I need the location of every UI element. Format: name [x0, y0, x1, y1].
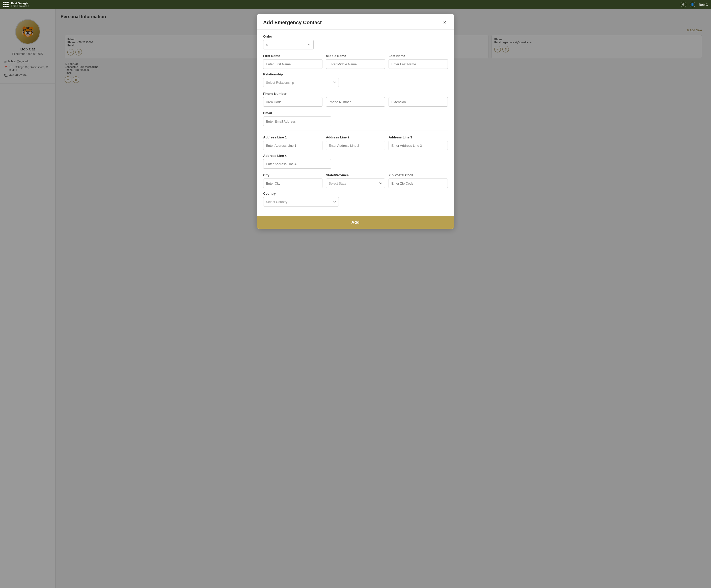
- address-row-1: Address Line 1 Address Line 2 Address Li…: [263, 135, 448, 150]
- zip-label: Zip/Postal Code: [389, 173, 448, 177]
- email-input-wrapper: [263, 116, 331, 126]
- close-modal-button[interactable]: ×: [441, 19, 448, 26]
- country-select-wrapper: Select Country: [263, 197, 339, 206]
- extension-input[interactable]: [389, 97, 448, 107]
- order-label: Order: [263, 35, 448, 38]
- user-name: Bob C: [699, 3, 708, 6]
- phone-number-input[interactable]: [326, 97, 385, 107]
- address-line1-col: Address Line 1: [263, 135, 322, 150]
- area-code-input[interactable]: [263, 97, 322, 107]
- zip-col: Zip/Postal Code: [389, 173, 448, 188]
- nav-right: ⚙ 👤 Bob C: [681, 2, 708, 7]
- address-line2-input[interactable]: [326, 141, 385, 150]
- address-line2-col: Address Line 2: [326, 135, 385, 150]
- country-select[interactable]: Select Country: [263, 197, 339, 206]
- modal-overlay: Add Emergency Contact × Order 5 1 2 3 4 …: [0, 9, 711, 588]
- apps-icon[interactable]: [3, 2, 8, 7]
- relationship-select-wrapper: Select Relationship: [263, 78, 339, 87]
- address-line4-wrapper: [263, 159, 331, 169]
- section-divider: [263, 131, 448, 131]
- add-button[interactable]: Add: [257, 216, 454, 229]
- relationship-section: Relationship Select Relationship: [263, 72, 448, 87]
- zip-input[interactable]: [389, 179, 448, 188]
- last-name-col: Last Name: [389, 54, 448, 69]
- nav-left: East Georgia STATE COLLEGE: [3, 2, 29, 7]
- address-line1-input[interactable]: [263, 141, 322, 150]
- address-line3-col: Address Line 3: [389, 135, 448, 150]
- order-select-wrapper: 5 1 2 3 4 6: [263, 40, 314, 49]
- middle-name-col: Middle Name: [326, 54, 385, 69]
- state-select[interactable]: Select State: [326, 179, 385, 188]
- middle-name-label: Middle Name: [326, 54, 385, 58]
- city-col: City: [263, 173, 322, 188]
- phone-row: [263, 97, 448, 107]
- state-col: State/Province Select State: [326, 173, 385, 188]
- address-line3-label: Address Line 3: [389, 135, 448, 139]
- modal-title: Add Emergency Contact: [263, 20, 322, 25]
- email-input[interactable]: [263, 116, 331, 126]
- user-icon[interactable]: 👤: [690, 2, 695, 7]
- first-name-col: First Name: [263, 54, 322, 69]
- extension-col: [389, 97, 448, 107]
- address-line1-label: Address Line 1: [263, 135, 322, 139]
- modal-header: Add Emergency Contact ×: [257, 14, 454, 29]
- relationship-select[interactable]: Select Relationship: [263, 78, 339, 87]
- state-label: State/Province: [326, 173, 385, 177]
- phone-label: Phone Number: [263, 92, 448, 95]
- phone-number-col: [326, 97, 385, 107]
- middle-name-input[interactable]: [326, 59, 385, 69]
- country-section: Country Select Country: [263, 191, 448, 206]
- top-nav: East Georgia STATE COLLEGE ⚙ 👤 Bob C: [0, 0, 711, 9]
- email-label: Email: [263, 111, 448, 115]
- order-section: Order 5 1 2 3 4 6: [263, 35, 448, 49]
- address-line4-section: Address Line 4: [263, 154, 448, 169]
- city-input[interactable]: [263, 179, 322, 188]
- modal-body: Order 5 1 2 3 4 6 First Name: [257, 29, 454, 216]
- last-name-input[interactable]: [389, 59, 448, 69]
- name-row: First Name Middle Name Last Name: [263, 54, 448, 69]
- city-state-zip-row: City State/Province Select State Zip/Pos…: [263, 173, 448, 188]
- address-line3-input[interactable]: [389, 141, 448, 150]
- add-emergency-contact-modal: Add Emergency Contact × Order 5 1 2 3 4 …: [257, 14, 454, 229]
- email-section: Email: [263, 111, 448, 126]
- address-line2-label: Address Line 2: [326, 135, 385, 139]
- order-select[interactable]: 5 1 2 3 4 6: [263, 40, 314, 49]
- city-label: City: [263, 173, 322, 177]
- last-name-label: Last Name: [389, 54, 448, 58]
- address-line4-input[interactable]: [263, 159, 331, 169]
- address-line4-label: Address Line 4: [263, 154, 448, 158]
- app-logo: East Georgia STATE COLLEGE: [11, 2, 29, 7]
- phone-section: Phone Number: [263, 92, 448, 107]
- relationship-label: Relationship: [263, 72, 448, 76]
- area-code-col: [263, 97, 322, 107]
- first-name-input[interactable]: [263, 59, 322, 69]
- first-name-label: First Name: [263, 54, 322, 58]
- settings-icon[interactable]: ⚙: [681, 2, 686, 7]
- country-label: Country: [263, 191, 448, 196]
